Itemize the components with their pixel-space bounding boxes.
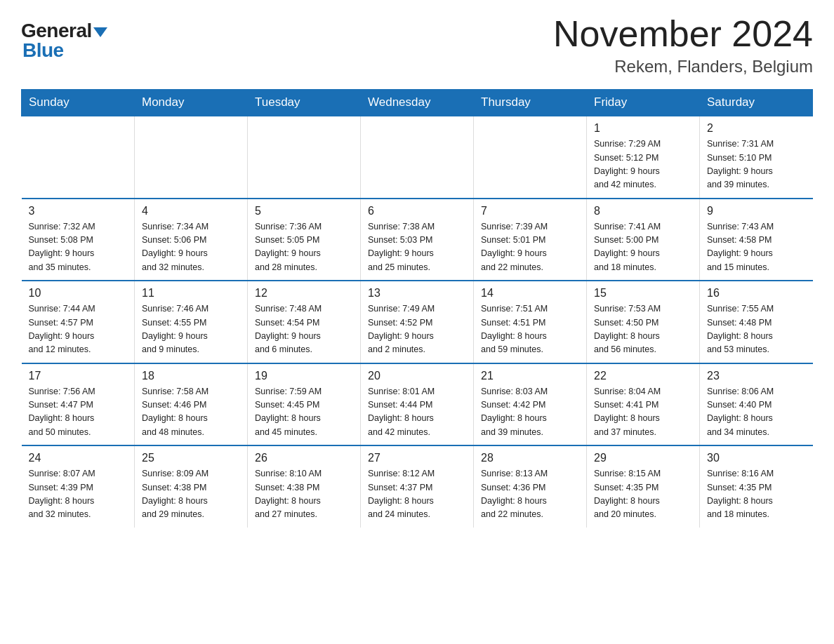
day-number: 6 [368,205,466,217]
month-title: November 2024 [553,14,813,54]
day-info: Sunrise: 7:56 AMSunset: 4:47 PMDaylight:… [29,385,128,440]
day-number: 11 [142,287,240,300]
day-info: Sunrise: 7:39 AMSunset: 5:01 PMDaylight:… [481,220,579,275]
weekday-header-thursday: Thursday [474,90,587,116]
empty-cell [361,116,474,199]
day-number: 12 [255,287,353,300]
day-cell-17: 17Sunrise: 7:56 AMSunset: 4:47 PMDayligh… [22,363,135,446]
day-number: 13 [368,287,466,300]
day-number: 10 [29,287,128,300]
day-number: 25 [142,452,240,464]
day-cell-23: 23Sunrise: 8:06 AMSunset: 4:40 PMDayligh… [700,363,813,446]
day-info: Sunrise: 7:43 AMSunset: 4:58 PMDaylight:… [707,220,806,275]
logo-blue-text: Blue [22,39,64,61]
day-number: 2 [707,122,806,135]
day-number: 29 [594,452,692,464]
day-info: Sunrise: 8:06 AMSunset: 4:40 PMDaylight:… [707,385,806,440]
logo: General Blue [21,21,107,60]
day-cell-21: 21Sunrise: 8:03 AMSunset: 4:42 PMDayligh… [474,363,587,446]
day-info: Sunrise: 8:10 AMSunset: 4:38 PMDaylight:… [255,467,353,522]
day-info: Sunrise: 7:51 AMSunset: 4:51 PMDaylight:… [481,302,579,357]
day-cell-22: 22Sunrise: 8:04 AMSunset: 4:41 PMDayligh… [587,363,700,446]
day-info: Sunrise: 7:36 AMSunset: 5:05 PMDaylight:… [255,220,353,275]
day-info: Sunrise: 8:07 AMSunset: 4:39 PMDaylight:… [29,467,128,522]
logo-triangle-icon [93,27,107,37]
day-cell-9: 9Sunrise: 7:43 AMSunset: 4:58 PMDaylight… [700,199,813,281]
empty-cell [22,116,135,199]
day-info: Sunrise: 7:31 AMSunset: 5:10 PMDaylight:… [707,137,806,192]
day-cell-11: 11Sunrise: 7:46 AMSunset: 4:55 PMDayligh… [135,281,248,363]
day-number: 17 [29,370,128,382]
calendar-week-row: 10Sunrise: 7:44 AMSunset: 4:57 PMDayligh… [22,281,813,363]
day-number: 7 [481,205,579,217]
day-cell-8: 8Sunrise: 7:41 AMSunset: 5:00 PMDaylight… [587,199,700,281]
day-number: 30 [707,452,806,464]
day-cell-24: 24Sunrise: 8:07 AMSunset: 4:39 PMDayligh… [22,445,135,528]
calendar-week-row: 17Sunrise: 7:56 AMSunset: 4:47 PMDayligh… [22,363,813,446]
day-number: 1 [594,122,692,135]
day-info: Sunrise: 8:16 AMSunset: 4:35 PMDaylight:… [707,467,806,522]
day-number: 15 [594,287,692,300]
day-number: 23 [707,370,806,382]
day-cell-26: 26Sunrise: 8:10 AMSunset: 4:38 PMDayligh… [248,445,361,528]
day-info: Sunrise: 7:55 AMSunset: 4:48 PMDaylight:… [707,302,806,357]
day-info: Sunrise: 8:04 AMSunset: 4:41 PMDaylight:… [594,385,692,440]
day-info: Sunrise: 8:12 AMSunset: 4:37 PMDaylight:… [368,467,466,522]
day-cell-28: 28Sunrise: 8:13 AMSunset: 4:36 PMDayligh… [474,445,587,528]
day-number: 19 [255,370,353,382]
day-number: 22 [594,370,692,382]
day-cell-27: 27Sunrise: 8:12 AMSunset: 4:37 PMDayligh… [361,445,474,528]
day-info: Sunrise: 7:46 AMSunset: 4:55 PMDaylight:… [142,302,240,357]
weekday-header-saturday: Saturday [700,90,813,116]
day-cell-15: 15Sunrise: 7:53 AMSunset: 4:50 PMDayligh… [587,281,700,363]
day-number: 26 [255,452,353,464]
day-number: 9 [707,205,806,217]
day-number: 16 [707,287,806,300]
day-number: 27 [368,452,466,464]
day-info: Sunrise: 7:38 AMSunset: 5:03 PMDaylight:… [368,220,466,275]
day-info: Sunrise: 8:03 AMSunset: 4:42 PMDaylight:… [481,385,579,440]
weekday-header-wednesday: Wednesday [361,90,474,116]
weekday-header-tuesday: Tuesday [248,90,361,116]
empty-cell [248,116,361,199]
day-info: Sunrise: 8:09 AMSunset: 4:38 PMDaylight:… [142,467,240,522]
calendar-week-row: 1Sunrise: 7:29 AMSunset: 5:12 PMDaylight… [22,116,813,199]
day-cell-14: 14Sunrise: 7:51 AMSunset: 4:51 PMDayligh… [474,281,587,363]
day-cell-5: 5Sunrise: 7:36 AMSunset: 5:05 PMDaylight… [248,199,361,281]
day-number: 24 [29,452,128,464]
day-info: Sunrise: 8:15 AMSunset: 4:35 PMDaylight:… [594,467,692,522]
day-info: Sunrise: 8:01 AMSunset: 4:44 PMDaylight:… [368,385,466,440]
day-number: 5 [255,205,353,217]
calendar-week-row: 24Sunrise: 8:07 AMSunset: 4:39 PMDayligh… [22,445,813,528]
calendar-week-row: 3Sunrise: 7:32 AMSunset: 5:08 PMDaylight… [22,199,813,281]
day-number: 14 [481,287,579,300]
day-cell-6: 6Sunrise: 7:38 AMSunset: 5:03 PMDaylight… [361,199,474,281]
day-cell-10: 10Sunrise: 7:44 AMSunset: 4:57 PMDayligh… [22,281,135,363]
title-block: November 2024 Rekem, Flanders, Belgium [553,14,813,76]
day-info: Sunrise: 7:49 AMSunset: 4:52 PMDaylight:… [368,302,466,357]
day-info: Sunrise: 7:32 AMSunset: 5:08 PMDaylight:… [29,220,128,275]
day-cell-3: 3Sunrise: 7:32 AMSunset: 5:08 PMDaylight… [22,199,135,281]
weekday-header-friday: Friday [587,90,700,116]
day-info: Sunrise: 7:53 AMSunset: 4:50 PMDaylight:… [594,302,692,357]
day-cell-16: 16Sunrise: 7:55 AMSunset: 4:48 PMDayligh… [700,281,813,363]
day-number: 18 [142,370,240,382]
day-info: Sunrise: 7:58 AMSunset: 4:46 PMDaylight:… [142,385,240,440]
day-cell-7: 7Sunrise: 7:39 AMSunset: 5:01 PMDaylight… [474,199,587,281]
day-info: Sunrise: 7:41 AMSunset: 5:00 PMDaylight:… [594,220,692,275]
day-cell-12: 12Sunrise: 7:48 AMSunset: 4:54 PMDayligh… [248,281,361,363]
day-number: 20 [368,370,466,382]
weekday-header-row: SundayMondayTuesdayWednesdayThursdayFrid… [22,90,813,116]
day-info: Sunrise: 7:29 AMSunset: 5:12 PMDaylight:… [594,137,692,192]
weekday-header-monday: Monday [135,90,248,116]
day-number: 21 [481,370,579,382]
day-info: Sunrise: 7:59 AMSunset: 4:45 PMDaylight:… [255,385,353,440]
day-cell-30: 30Sunrise: 8:16 AMSunset: 4:35 PMDayligh… [700,445,813,528]
day-cell-20: 20Sunrise: 8:01 AMSunset: 4:44 PMDayligh… [361,363,474,446]
day-cell-2: 2Sunrise: 7:31 AMSunset: 5:10 PMDaylight… [700,116,813,199]
day-cell-18: 18Sunrise: 7:58 AMSunset: 4:46 PMDayligh… [135,363,248,446]
day-cell-4: 4Sunrise: 7:34 AMSunset: 5:06 PMDaylight… [135,199,248,281]
day-number: 8 [594,205,692,217]
location-title: Rekem, Flanders, Belgium [553,57,813,76]
day-number: 4 [142,205,240,217]
